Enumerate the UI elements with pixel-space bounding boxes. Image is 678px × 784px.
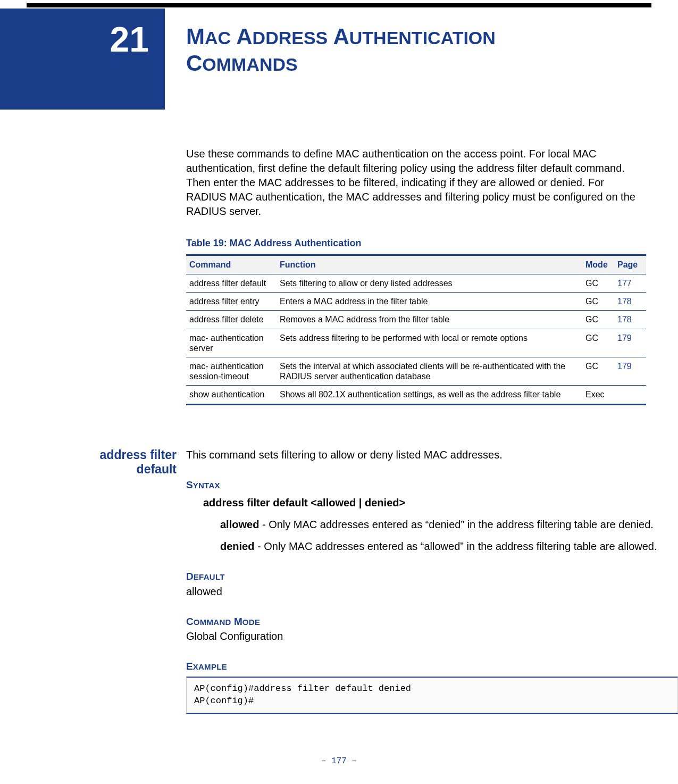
table-row: show authentication Shows all 802.1X aut… [186, 386, 646, 404]
title-word: C [186, 51, 202, 76]
intro-paragraph: Use these commands to define MAC authent… [186, 147, 646, 219]
cmd-cell: mac- authentication server [186, 329, 277, 357]
mode-cell: GC [582, 293, 614, 311]
table-row: mac- authentication session-timeout Sets… [186, 357, 646, 385]
table-row: address filter entry Enters a MAC addres… [186, 293, 646, 311]
commandmode-heading: COMMAND MODE [186, 615, 678, 629]
footer-dash: – [347, 756, 357, 766]
table-row: mac- authentication server Sets address … [186, 329, 646, 357]
param-block: allowed - Only MAC addresses entered as … [220, 518, 678, 532]
param-text: - Only MAC addresses entered as “denied”… [259, 519, 654, 530]
commandmode-value: Global Configuration [186, 629, 678, 644]
title-word: A [236, 24, 252, 49]
default-heading: DEFAULT [186, 570, 678, 583]
param-text: - Only MAC addresses entered as “allowed… [254, 540, 657, 552]
page-number: 177 [331, 756, 347, 766]
th-command: Command [186, 255, 277, 274]
command-body: This command sets filtering to allow or … [186, 448, 678, 714]
title-word-sc: OMMANDS [202, 54, 297, 74]
param-name: denied [220, 540, 254, 552]
th-function: Function [277, 255, 582, 274]
chapter-number-block: 21 [0, 9, 165, 110]
table-row: address filter delete Removes a MAC addr… [186, 311, 646, 329]
func-cell: Shows all 802.1X authentication settings… [277, 386, 582, 404]
param-block: denied - Only MAC addresses entered as “… [220, 539, 678, 554]
side-label-line2: default [137, 462, 177, 476]
cmd-cell: mac- authentication session-timeout [186, 357, 277, 385]
command-section: address filter default This command sets… [0, 448, 678, 714]
mode-cell: GC [582, 311, 614, 329]
example-code: AP(config)#address filter default denied… [186, 677, 678, 714]
title-word: M [186, 24, 205, 49]
content-area: Use these commands to define MAC authent… [0, 147, 646, 405]
param-name: allowed [220, 519, 259, 530]
chapter-title: MAC ADDRESS AUTHENTICATION COMMANDS [165, 9, 651, 110]
top-rule [27, 3, 651, 7]
page-link[interactable]: 179 [614, 329, 646, 357]
title-word-sc: AC [205, 28, 231, 48]
page-link[interactable]: 177 [614, 274, 646, 293]
mode-cell: GC [582, 329, 614, 357]
cmd-cell: address filter entry [186, 293, 277, 311]
title-word-sc: DDRESS [253, 28, 328, 48]
example-heading: EXAMPLE [186, 660, 678, 673]
syntax-heading: SYNTAX [186, 478, 678, 492]
cmd-cell: address filter delete [186, 311, 277, 329]
page-link[interactable]: 178 [614, 311, 646, 329]
syntax-line: address filter default <allowed | denied… [203, 496, 678, 510]
func-cell: Sets filtering to allow or deny listed a… [277, 274, 582, 293]
mode-cell: GC [582, 357, 614, 385]
command-description: This command sets filtering to allow or … [186, 448, 678, 462]
func-cell: Sets the interval at which associated cl… [277, 357, 582, 385]
table-row: address filter default Sets filtering to… [186, 274, 646, 293]
table-title: Table 19: MAC Address Authentication [186, 238, 646, 249]
cmd-cell: address filter default [186, 274, 277, 293]
title-word: A [333, 24, 349, 49]
chapter-number: 21 [110, 19, 149, 60]
left-margin [0, 147, 186, 405]
mode-cell: GC [582, 274, 614, 293]
page-link[interactable]: 179 [614, 357, 646, 385]
default-value: allowed [186, 585, 678, 599]
func-cell: Enters a MAC address in the filter table [277, 293, 582, 311]
footer-dash: – [321, 756, 331, 766]
command-table: Command Function Mode Page address filte… [186, 254, 646, 405]
page-cell [614, 386, 646, 404]
cmd-cell: show authentication [186, 386, 277, 404]
chapter-header: 21 MAC ADDRESS AUTHENTICATION COMMANDS [0, 9, 651, 110]
main-column: Use these commands to define MAC authent… [186, 147, 646, 405]
th-page: Page [614, 255, 646, 274]
side-label-line1: address filter [100, 448, 177, 462]
page-link[interactable]: 178 [614, 293, 646, 311]
th-mode: Mode [582, 255, 614, 274]
page-footer: – 177 – [0, 756, 678, 771]
mode-cell: Exec [582, 386, 614, 404]
func-cell: Sets address filtering to be performed w… [277, 329, 582, 357]
func-cell: Removes a MAC address from the filter ta… [277, 311, 582, 329]
command-side-label: address filter default [0, 448, 186, 714]
title-word-sc: UTHENTICATION [349, 28, 496, 48]
